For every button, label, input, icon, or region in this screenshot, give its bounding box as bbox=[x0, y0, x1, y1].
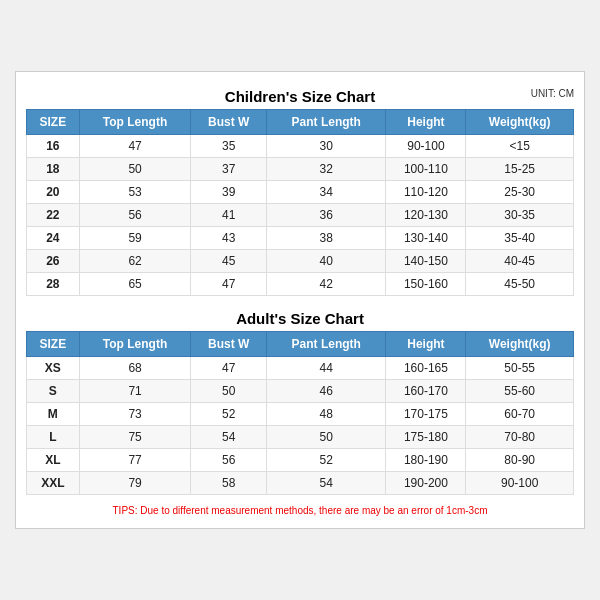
table-cell: 110-120 bbox=[386, 181, 466, 204]
adult-header-row: SIZE Top Length Bust W Pant Length Heigh… bbox=[27, 332, 574, 357]
table-cell: 39 bbox=[191, 181, 267, 204]
table-cell: 28 bbox=[27, 273, 80, 296]
col-header-bust-w: Bust W bbox=[191, 110, 267, 135]
table-cell: 68 bbox=[79, 357, 191, 380]
table-cell: 44 bbox=[267, 357, 386, 380]
table-cell: 30-35 bbox=[466, 204, 574, 227]
table-cell: 40-45 bbox=[466, 250, 574, 273]
adult-col-header-weight: Weight(kg) bbox=[466, 332, 574, 357]
table-cell: 56 bbox=[79, 204, 191, 227]
table-cell: 59 bbox=[79, 227, 191, 250]
table-cell: 140-150 bbox=[386, 250, 466, 273]
table-row: 26624540140-15040-45 bbox=[27, 250, 574, 273]
table-cell: 16 bbox=[27, 135, 80, 158]
table-cell: 50 bbox=[79, 158, 191, 181]
table-cell: 60-70 bbox=[466, 403, 574, 426]
table-cell: 32 bbox=[267, 158, 386, 181]
table-cell: 40 bbox=[267, 250, 386, 273]
table-cell: 47 bbox=[79, 135, 191, 158]
table-cell: M bbox=[27, 403, 80, 426]
table-cell: 45 bbox=[191, 250, 267, 273]
table-cell: L bbox=[27, 426, 80, 449]
table-cell: XL bbox=[27, 449, 80, 472]
table-cell: 54 bbox=[267, 472, 386, 495]
table-cell: 75 bbox=[79, 426, 191, 449]
table-cell: 100-110 bbox=[386, 158, 466, 181]
chart-container: Children's Size Chart UNIT: CM SIZE Top … bbox=[15, 71, 585, 529]
table-cell: 50-55 bbox=[466, 357, 574, 380]
table-row: L755450175-18070-80 bbox=[27, 426, 574, 449]
children-title-text: Children's Size Chart bbox=[225, 88, 375, 105]
table-row: XS684744160-16550-55 bbox=[27, 357, 574, 380]
table-row: S715046160-17055-60 bbox=[27, 380, 574, 403]
table-cell: 24 bbox=[27, 227, 80, 250]
children-section-title: Children's Size Chart UNIT: CM bbox=[26, 82, 574, 109]
table-cell: 18 bbox=[27, 158, 80, 181]
table-cell: 175-180 bbox=[386, 426, 466, 449]
table-cell: 20 bbox=[27, 181, 80, 204]
table-cell: 30 bbox=[267, 135, 386, 158]
table-cell: 160-165 bbox=[386, 357, 466, 380]
children-size-table: SIZE Top Length Bust W Pant Length Heigh… bbox=[26, 109, 574, 296]
table-cell: 45-50 bbox=[466, 273, 574, 296]
table-cell: 36 bbox=[267, 204, 386, 227]
table-cell: 90-100 bbox=[386, 135, 466, 158]
table-cell: 77 bbox=[79, 449, 191, 472]
table-cell: 79 bbox=[79, 472, 191, 495]
table-cell: 120-130 bbox=[386, 204, 466, 227]
table-cell: 41 bbox=[191, 204, 267, 227]
table-cell: 65 bbox=[79, 273, 191, 296]
table-cell: S bbox=[27, 380, 80, 403]
unit-label: UNIT: CM bbox=[531, 88, 574, 99]
table-cell: XS bbox=[27, 357, 80, 380]
table-cell: 15-25 bbox=[466, 158, 574, 181]
children-table-body: 1647353090-100<1518503732100-11015-25205… bbox=[27, 135, 574, 296]
table-cell: 170-175 bbox=[386, 403, 466, 426]
table-cell: 35 bbox=[191, 135, 267, 158]
adult-col-header-bust-w: Bust W bbox=[191, 332, 267, 357]
table-cell: 50 bbox=[191, 380, 267, 403]
children-header-row: SIZE Top Length Bust W Pant Length Heigh… bbox=[27, 110, 574, 135]
table-cell: 73 bbox=[79, 403, 191, 426]
table-row: 24594338130-14035-40 bbox=[27, 227, 574, 250]
adult-section-title: Adult's Size Chart bbox=[26, 304, 574, 331]
table-cell: 37 bbox=[191, 158, 267, 181]
table-cell: 42 bbox=[267, 273, 386, 296]
adult-col-header-pant-length: Pant Length bbox=[267, 332, 386, 357]
table-cell: 52 bbox=[267, 449, 386, 472]
table-cell: 70-80 bbox=[466, 426, 574, 449]
table-cell: 160-170 bbox=[386, 380, 466, 403]
table-cell: 50 bbox=[267, 426, 386, 449]
table-cell: 35-40 bbox=[466, 227, 574, 250]
table-cell: 47 bbox=[191, 357, 267, 380]
table-row: XXL795854190-20090-100 bbox=[27, 472, 574, 495]
table-row: 20533934110-12025-30 bbox=[27, 181, 574, 204]
table-row: 18503732100-11015-25 bbox=[27, 158, 574, 181]
table-cell: 48 bbox=[267, 403, 386, 426]
table-cell: 56 bbox=[191, 449, 267, 472]
col-header-weight: Weight(kg) bbox=[466, 110, 574, 135]
table-cell: 25-30 bbox=[466, 181, 574, 204]
adult-col-header-size: SIZE bbox=[27, 332, 80, 357]
adult-col-header-height: Height bbox=[386, 332, 466, 357]
adult-col-header-top-length: Top Length bbox=[79, 332, 191, 357]
table-cell: 43 bbox=[191, 227, 267, 250]
adult-title-text: Adult's Size Chart bbox=[236, 310, 364, 327]
table-cell: 34 bbox=[267, 181, 386, 204]
table-row: 1647353090-100<15 bbox=[27, 135, 574, 158]
table-row: XL775652180-19080-90 bbox=[27, 449, 574, 472]
table-cell: 55-60 bbox=[466, 380, 574, 403]
table-cell: 22 bbox=[27, 204, 80, 227]
table-cell: 90-100 bbox=[466, 472, 574, 495]
table-row: 28654742150-16045-50 bbox=[27, 273, 574, 296]
col-header-height: Height bbox=[386, 110, 466, 135]
table-cell: 54 bbox=[191, 426, 267, 449]
table-cell: 71 bbox=[79, 380, 191, 403]
col-header-pant-length: Pant Length bbox=[267, 110, 386, 135]
adult-table-body: XS684744160-16550-55S715046160-17055-60M… bbox=[27, 357, 574, 495]
table-cell: <15 bbox=[466, 135, 574, 158]
table-cell: 62 bbox=[79, 250, 191, 273]
table-row: M735248170-17560-70 bbox=[27, 403, 574, 426]
table-cell: 52 bbox=[191, 403, 267, 426]
table-cell: 180-190 bbox=[386, 449, 466, 472]
